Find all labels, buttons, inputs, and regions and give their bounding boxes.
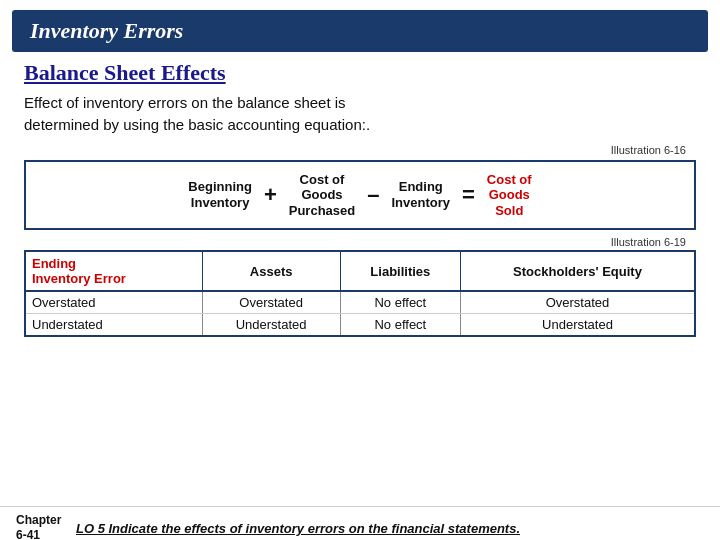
eq-cost-goods-purchased: Cost of Goods Purchased (289, 172, 355, 219)
eq-op1: + (252, 182, 289, 208)
row1-error: Overstated (25, 291, 202, 314)
equation-box: Beginning Inventory + Cost of Goods Purc… (24, 160, 696, 231)
table-row: Understated Understated No effect Unders… (25, 314, 695, 337)
row2-liabilities: No effect (340, 314, 460, 337)
desc-line1: Effect of inventory errors on the balanc… (24, 94, 346, 111)
row2-equity: Understated (460, 314, 695, 337)
eq-beginning-inventory: Beginning Inventory (188, 179, 252, 210)
description: Effect of inventory errors on the balanc… (24, 92, 696, 136)
illus1-label: Illustration 6-16 (24, 144, 696, 156)
table-header-assets: Assets (202, 251, 340, 291)
row1-liabilities: No effect (340, 291, 460, 314)
eq-item-cost-of-goods-sold: Cost of Goods Sold (487, 172, 532, 219)
eq-ending-inventory: Ending Inventory (391, 179, 450, 210)
eq-op3: = (450, 182, 487, 208)
page-title: Inventory Errors (30, 18, 690, 44)
illus2-label: Illustration 6-19 (24, 236, 696, 248)
eq-item-ending-inventory: Ending Inventory (391, 179, 450, 210)
chapter-label: Chapter 6-41 (16, 513, 76, 540)
table-row: Overstated Overstated No effect Overstat… (25, 291, 695, 314)
row1-equity: Overstated (460, 291, 695, 314)
table-header-equity: Stockholders' Equity (460, 251, 695, 291)
row1-assets: Overstated (202, 291, 340, 314)
table-header-error: EndingInventory Error (25, 251, 202, 291)
table-header-liabilities: Liabilities (340, 251, 460, 291)
eq-item-cost-of-goods-purchased: Cost of Goods Purchased (289, 172, 355, 219)
footer-lo-text: LO 5 Indicate the effects of inventory e… (76, 521, 520, 536)
row2-error: Understated (25, 314, 202, 337)
title-bar: Inventory Errors (12, 10, 708, 52)
illus-table: EndingInventory Error Assets Liabilities… (24, 250, 696, 337)
eq-op2: – (355, 182, 391, 208)
row2-assets: Understated (202, 314, 340, 337)
desc-line2: determined by using the basic accounting… (24, 116, 370, 133)
subtitle: Balance Sheet Effects (24, 60, 696, 86)
page-container: Inventory Errors Balance Sheet Effects E… (0, 10, 720, 540)
footer-bar: Chapter 6-41 LO 5 Indicate the effects o… (0, 506, 720, 540)
eq-cost-goods-sold: Cost of Goods Sold (487, 172, 532, 219)
eq-item-beginning-inventory: Beginning Inventory (188, 179, 252, 210)
content-area: Balance Sheet Effects Effect of inventor… (0, 52, 720, 345)
